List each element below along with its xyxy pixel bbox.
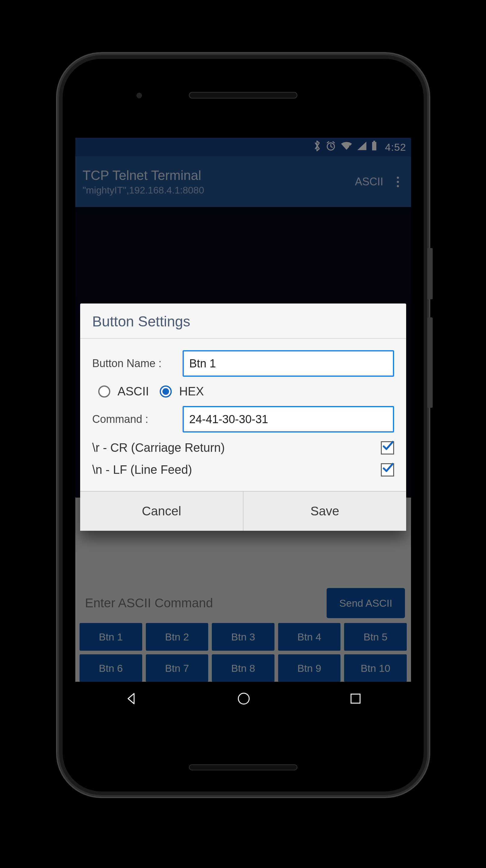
nav-recents-icon[interactable] [349, 692, 362, 706]
button-name-label: Button Name : [92, 357, 183, 370]
nav-back-icon[interactable] [124, 692, 138, 707]
nav-home-icon[interactable] [236, 691, 251, 707]
overflow-menu-icon[interactable] [392, 177, 404, 187]
phone-side-button-2 [427, 317, 433, 408]
android-nav-bar [75, 682, 411, 717]
quick-button-7[interactable]: Btn 7 [146, 654, 208, 682]
alarm-icon [325, 141, 336, 154]
lf-label: \n - LF (Line Feed) [92, 463, 192, 476]
encoding-radio-group: ASCII HEX [98, 384, 394, 398]
phone-earpiece [189, 92, 297, 98]
button-name-input[interactable]: Btn 1 [183, 350, 394, 377]
svg-point-5 [238, 693, 249, 704]
hex-radio[interactable] [160, 385, 172, 398]
save-button[interactable]: Save [243, 492, 406, 531]
quick-button-grid: Btn 1 Btn 2 Btn 3 Btn 4 Btn 5 Btn 6 Btn … [79, 623, 407, 682]
lf-row: \n - LF (Line Feed) [92, 463, 394, 476]
app-title: TCP Telnet Terminal [83, 168, 355, 183]
quick-button-1[interactable]: Btn 1 [79, 623, 142, 651]
send-button[interactable]: Send ASCII [327, 588, 405, 618]
ascii-radio[interactable] [98, 385, 110, 398]
stage: 4:52 TCP Telnet Terminal "mightyIT",192.… [0, 0, 486, 868]
app-subtitle: "mightyIT",192.168.4.1:8080 [83, 185, 355, 196]
quick-button-10[interactable]: Btn 10 [344, 654, 407, 682]
app-titles: TCP Telnet Terminal "mightyIT",192.168.4… [83, 168, 355, 196]
status-time: 4:52 [385, 141, 406, 153]
quick-button-3[interactable]: Btn 3 [212, 623, 274, 651]
quick-button-5[interactable]: Btn 5 [344, 623, 407, 651]
svg-rect-2 [349, 149, 350, 150]
svg-rect-3 [372, 142, 376, 150]
phone-bezel: 4:52 TCP Telnet Terminal "mightyIT",192.… [63, 59, 424, 792]
screen: 4:52 TCP Telnet Terminal "mightyIT",192.… [75, 138, 411, 717]
button-name-row: Button Name : Btn 1 [92, 350, 394, 377]
cr-row: \r - CR (Carriage Return) [92, 441, 394, 455]
phone-side-button-1 [427, 248, 433, 299]
command-label: Command : [92, 413, 183, 426]
phone-camera [136, 93, 142, 98]
command-input-placeholder: Enter ASCII Command [85, 596, 213, 610]
bluetooth-icon [313, 140, 321, 154]
battery-full-icon [371, 141, 377, 153]
command-input[interactable]: Enter ASCII Command [82, 588, 327, 618]
quick-button-4[interactable]: Btn 4 [278, 623, 341, 651]
status-bar: 4:52 [75, 138, 411, 156]
cr-label: \r - CR (Carriage Return) [92, 441, 225, 455]
quick-button-8[interactable]: Btn 8 [212, 654, 274, 682]
phone-speaker-bottom [189, 764, 297, 770]
status-icons: 4:52 [313, 140, 406, 154]
cancel-button[interactable]: Cancel [80, 492, 243, 531]
phone-frame: 4:52 TCP Telnet Terminal "mightyIT",192.… [59, 55, 427, 795]
cell-signal-icon [357, 141, 367, 153]
dialog-title: Button Settings [80, 304, 406, 339]
app-bar: TCP Telnet Terminal "mightyIT",192.168.4… [75, 156, 411, 207]
quick-button-6[interactable]: Btn 6 [79, 654, 142, 682]
command-row: Command : 24-41-30-30-31 [92, 406, 394, 433]
command-value-input[interactable]: 24-41-30-30-31 [183, 406, 394, 433]
svg-rect-6 [351, 694, 360, 703]
command-value: 24-41-30-30-31 [189, 413, 268, 426]
wifi-alert-icon [341, 141, 353, 153]
command-input-row: Enter ASCII Command Send ASCII [82, 588, 405, 618]
hex-radio-label: HEX [179, 384, 204, 398]
encoding-mode-toggle[interactable]: ASCII [355, 176, 383, 188]
ascii-radio-label: ASCII [118, 384, 149, 398]
quick-button-2[interactable]: Btn 2 [146, 623, 208, 651]
lf-checkbox[interactable] [381, 463, 394, 476]
svg-rect-4 [373, 141, 375, 142]
button-settings-dialog: Button Settings Button Name : Btn 1 ASCI… [80, 304, 406, 531]
button-name-value: Btn 1 [189, 357, 216, 370]
svg-rect-1 [349, 146, 350, 148]
dialog-body: Button Name : Btn 1 ASCII HEX [80, 339, 406, 491]
cr-checkbox[interactable] [381, 441, 394, 455]
dialog-actions: Cancel Save [80, 491, 406, 531]
quick-button-9[interactable]: Btn 9 [278, 654, 341, 682]
